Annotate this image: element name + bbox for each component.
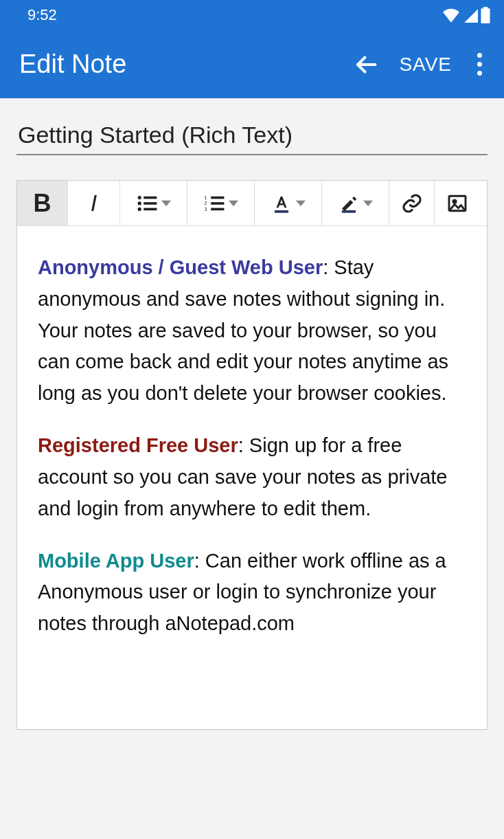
paragraph-text: : Stay anonymous and save notes without … <box>38 256 448 404</box>
editor-toolbar: B I 123 <box>17 181 487 226</box>
note-body[interactable]: Anonymous / Guest Web User: Stay anonymo… <box>17 226 487 729</box>
numbered-list-button[interactable]: 123 <box>187 181 255 225</box>
link-icon <box>401 192 423 214</box>
chevron-down-icon <box>363 199 373 208</box>
save-button[interactable]: SAVE <box>399 54 452 76</box>
svg-point-5 <box>137 201 141 205</box>
svg-rect-14 <box>211 208 224 210</box>
svg-text:3: 3 <box>204 205 207 211</box>
svg-rect-1 <box>483 7 488 9</box>
battery-icon <box>481 7 490 23</box>
italic-icon: I <box>91 190 97 216</box>
paragraph: Mobile App User: Can either work offline… <box>38 546 466 640</box>
image-icon <box>446 192 468 214</box>
link-button[interactable] <box>389 181 435 225</box>
status-time: 9:52 <box>27 6 57 24</box>
app-title: Edit Note <box>19 49 351 79</box>
rich-text-editor: B I 123 <box>16 180 488 730</box>
user-type-label: Mobile App User <box>38 550 194 572</box>
bold-icon: B <box>34 189 51 218</box>
chevron-down-icon <box>229 199 238 208</box>
svg-rect-0 <box>481 8 490 23</box>
arrow-left-icon <box>354 52 378 77</box>
image-button[interactable] <box>435 181 480 225</box>
font-color-icon <box>271 193 292 214</box>
app-bar: Edit Note SAVE <box>0 30 504 98</box>
svg-rect-16 <box>342 210 356 213</box>
svg-rect-6 <box>144 202 157 205</box>
dot-icon <box>477 53 482 58</box>
highlight-button[interactable] <box>322 181 389 225</box>
numbered-list-icon: 123 <box>204 195 225 212</box>
status-icons <box>442 7 490 23</box>
bold-button[interactable]: B <box>17 181 68 225</box>
svg-point-18 <box>453 200 456 203</box>
wifi-icon <box>442 8 460 23</box>
back-button[interactable] <box>351 49 381 80</box>
bullet-list-icon <box>137 195 157 212</box>
user-type-label: Anonymous / Guest Web User <box>38 256 323 278</box>
svg-rect-15 <box>275 210 288 213</box>
chevron-down-icon <box>296 199 306 208</box>
svg-rect-8 <box>144 208 157 210</box>
bullet-list-button[interactable] <box>120 181 187 225</box>
paragraph: Anonymous / Guest Web User: Stay anonymo… <box>38 252 466 410</box>
highlight-icon <box>339 193 359 214</box>
signal-icon <box>463 8 478 23</box>
font-color-button[interactable] <box>255 181 322 225</box>
user-type-label: Registered Free User <box>38 434 238 456</box>
svg-rect-4 <box>144 196 157 199</box>
svg-rect-10 <box>211 196 224 199</box>
content-area: B I 123 <box>0 98 504 730</box>
more-button[interactable] <box>470 53 489 76</box>
svg-rect-12 <box>211 202 224 205</box>
chevron-down-icon <box>161 199 171 208</box>
dot-icon <box>477 71 482 76</box>
status-bar: 9:52 <box>0 0 504 30</box>
italic-button[interactable]: I <box>68 181 120 225</box>
paragraph: Registered Free User: Sign up for a free… <box>38 430 466 524</box>
note-title-input[interactable] <box>16 119 488 155</box>
svg-point-7 <box>137 207 141 210</box>
dot-icon <box>477 62 482 67</box>
svg-point-3 <box>137 195 141 199</box>
